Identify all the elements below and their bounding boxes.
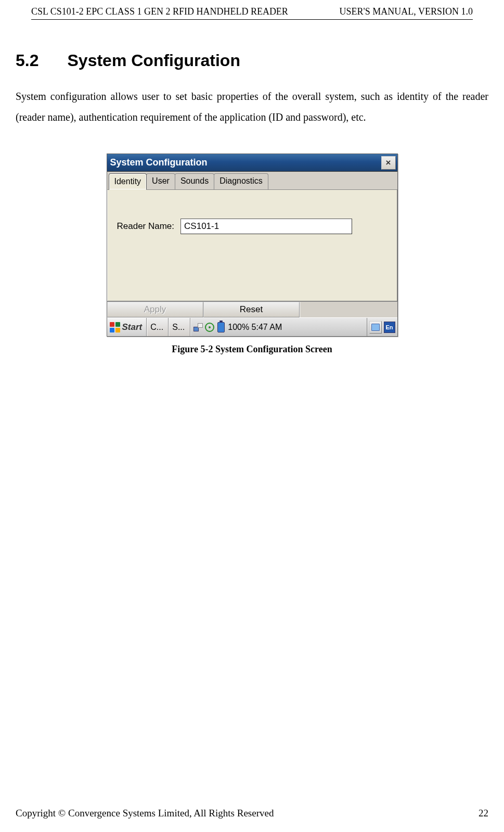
body-paragraph: System configuration allows user to set … (16, 86, 488, 127)
button-bar: Apply Reset (107, 301, 397, 317)
window-title: System Configuration (110, 157, 208, 168)
tab-bar: Identity User Sounds Diagnostics (107, 172, 397, 190)
windows-logo-icon (109, 322, 121, 333)
section-title: System Configuration (67, 51, 240, 70)
taskbar: Start C... S... (107, 317, 397, 336)
page-header: CSL CS101-2 EPC CLASS 1 GEN 2 RFID HANDH… (31, 0, 473, 20)
tab-sounds[interactable]: Sounds (175, 173, 214, 190)
reader-name-label: Reader Name: (117, 221, 175, 232)
input-language-button[interactable]: En (384, 322, 395, 333)
close-icon: × (386, 158, 391, 168)
apply-button[interactable]: Apply (107, 302, 203, 317)
taskbar-item-2[interactable]: S... (169, 318, 190, 336)
tray-right: En (367, 318, 397, 336)
section-heading: 5.2System Configuration (16, 51, 488, 70)
figure-caption: Figure 5-2 System Configuration Screen (172, 344, 332, 355)
page-number: 22 (479, 808, 488, 819)
copyright-text: Copyright © Convergence Systems Limited,… (16, 808, 274, 819)
wireless-signal-icon[interactable] (205, 323, 214, 332)
page-footer: Copyright © Convergence Systems Limited,… (16, 808, 488, 819)
tab-identity[interactable]: Identity (109, 173, 147, 190)
reset-button[interactable]: Reset (203, 302, 300, 317)
start-button[interactable]: Start (107, 318, 147, 336)
window-titlebar: System Configuration × (107, 154, 397, 172)
button-bar-spacer (300, 302, 397, 317)
close-button[interactable]: × (381, 156, 396, 170)
tab-content-identity: Reader Name: (107, 189, 397, 301)
header-right: USER'S MANUAL, VERSION 1.0 (340, 6, 473, 17)
system-config-window: System Configuration × Identity User Sou… (107, 153, 398, 337)
reader-name-row: Reader Name: (117, 219, 387, 234)
system-tray: 100% 5:47 AM (190, 318, 366, 336)
header-left: CSL CS101-2 EPC CLASS 1 GEN 2 RFID HANDH… (31, 6, 288, 17)
network-icon[interactable] (193, 323, 203, 332)
section-number: 5.2 (16, 51, 38, 70)
reader-name-input[interactable] (180, 219, 352, 234)
screenshot-container: System Configuration × Identity User Sou… (16, 153, 488, 355)
tab-user[interactable]: User (146, 173, 175, 190)
battery-icon[interactable] (216, 323, 226, 332)
taskbar-item-1[interactable]: C... (147, 318, 169, 336)
tray-status-text: 100% 5:47 AM (228, 323, 282, 332)
desktop-icon (371, 324, 380, 331)
show-desktop-button[interactable] (369, 321, 382, 334)
tab-diagnostics[interactable]: Diagnostics (214, 173, 268, 190)
